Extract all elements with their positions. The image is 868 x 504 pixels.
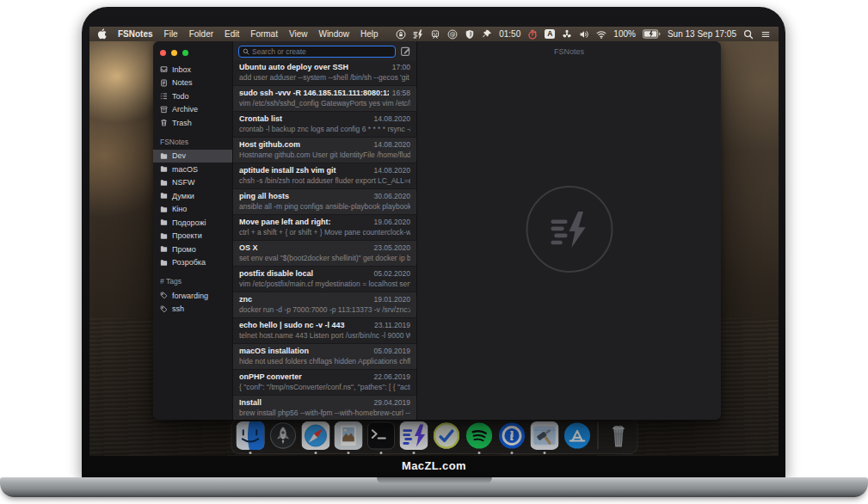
fsnotes-status-icon[interactable] — [413, 29, 423, 40]
note-row[interactable]: sudo ssh -vvv -R 146.185.151.111:8080:12… — [233, 86, 416, 112]
note-date: 14.08.2020 — [373, 166, 410, 175]
dock-app-mail[interactable] — [334, 421, 362, 450]
note-row[interactable]: Move pane left and right: 19.06.2020 ctr… — [233, 215, 416, 241]
wifi-icon[interactable] — [596, 29, 606, 40]
note-title: ping all hosts — [239, 192, 370, 200]
note-preview: vim /etc/postfix/main.cf mydestination =… — [239, 280, 410, 288]
robot-icon[interactable] — [430, 29, 440, 40]
dock-app-terminal[interactable] — [366, 421, 395, 450]
note-preview: telnet host.name 443 Listen port /usr/bi… — [239, 331, 410, 340]
search-row — [233, 41, 416, 60]
svg-text:@: @ — [450, 31, 456, 38]
menu-item[interactable]: Help — [360, 29, 379, 39]
sidebar-item[interactable]: Todo — [153, 89, 232, 103]
notification-center-icon[interactable] — [760, 29, 771, 40]
shield-icon[interactable] — [465, 29, 475, 40]
sidebar-item[interactable]: Notes — [153, 77, 232, 90]
apple-menu-icon[interactable] — [97, 28, 107, 40]
menubar-clock[interactable]: Sun 13 Sep 17:05 — [668, 29, 736, 39]
dock-trash[interactable] — [604, 421, 632, 450]
dock-app-spotify[interactable] — [465, 421, 493, 450]
things-app-icon — [432, 421, 460, 450]
dock-app-launchpad[interactable] — [268, 421, 297, 450]
menu-item[interactable]: Folder — [189, 29, 213, 39]
note-date: 23.05.2020 — [373, 243, 410, 252]
pushpin-icon[interactable] — [482, 29, 492, 40]
search-field[interactable] — [238, 46, 396, 58]
sidebar-item[interactable]: Trash — [153, 116, 232, 130]
input-source-badge[interactable]: A — [545, 29, 555, 39]
note-preview: crontab -l backup znc logs and config 6 … — [239, 125, 410, 133]
note-row[interactable]: macOS installation 05.09.2019 hide not u… — [233, 344, 416, 370]
note-title: Crontab list — [239, 114, 370, 123]
dock-app-fsnotes[interactable] — [399, 421, 428, 450]
sidebar-folder[interactable]: Проекти — [153, 230, 232, 243]
dock-app-onepassword[interactable] — [497, 421, 526, 450]
pomodoro-timer-icon[interactable] — [527, 29, 538, 40]
sidebar-item[interactable]: Archive — [153, 103, 232, 117]
notes-icon — [160, 79, 168, 87]
archive-icon — [160, 106, 168, 114]
close-button[interactable] — [160, 50, 166, 56]
menu-bar: FSNotes FileFolderEditFormatViewWindowHe… — [89, 27, 779, 41]
menu-item[interactable]: Edit — [225, 29, 239, 39]
note-preview: hide not used folders chflags hidden App… — [239, 357, 410, 366]
note-title: znc — [239, 295, 370, 304]
menu-item[interactable]: Format — [250, 29, 278, 39]
spotlight-search-icon[interactable] — [743, 29, 754, 40]
dock-app-safari[interactable] — [301, 421, 329, 450]
search-input[interactable] — [252, 47, 391, 56]
note-row[interactable]: postfix disable local 05.02.2020 vim /et… — [233, 267, 416, 292]
note-row[interactable]: OS X 23.05.2020 set env eval "$(boot2doc… — [233, 241, 416, 267]
note-row[interactable]: aptitude install zsh vim git 14.08.2020 … — [233, 163, 416, 189]
at-circle-icon[interactable]: @ — [447, 29, 458, 40]
sidebar-folder[interactable]: Подорожі — [153, 216, 232, 230]
note-row[interactable]: Host github.com 14.08.2020 Hostname gith… — [233, 138, 416, 163]
sidebar-folder-label: Подорожі — [172, 218, 206, 227]
note-row[interactable]: echo hello | sudo nc -v -l 443 23.11.201… — [233, 318, 416, 344]
note-row[interactable]: Install 29.04.2019 brew install php56 --… — [233, 396, 416, 420]
note-row[interactable]: ping all hosts 30.06.2020 ansible all -m… — [233, 189, 416, 215]
active-app-name[interactable]: FSNotes — [118, 29, 153, 39]
sidebar-folder[interactable]: macOS — [153, 163, 232, 176]
volume-icon[interactable] — [579, 29, 589, 40]
sidebar-folder[interactable]: Промо — [153, 243, 232, 256]
battery-charging-icon[interactable] — [643, 29, 661, 39]
note-preview: chsh -s /bin/zsh root adduser fluder exp… — [239, 176, 410, 185]
fan-icon[interactable] — [562, 29, 572, 40]
laptop-base-notch — [377, 477, 492, 484]
new-note-icon[interactable] — [400, 46, 411, 57]
dock — [231, 419, 637, 454]
note-title: Ubuntu auto deploy over SSH — [239, 63, 389, 71]
folder-icon — [160, 218, 168, 226]
menu-item[interactable]: Window — [318, 29, 349, 39]
note-row[interactable]: Crontab list 14.08.2020 crontab -l backu… — [233, 112, 416, 138]
sidebar-folder[interactable]: Думки — [153, 189, 232, 203]
dock-app-appstore[interactable] — [563, 421, 591, 450]
sidebar-folder[interactable]: Кіно — [153, 203, 232, 217]
menu-item[interactable]: View — [289, 29, 308, 39]
dock-app-finder[interactable] — [236, 421, 264, 450]
zoom-button[interactable] — [182, 50, 188, 56]
note-row[interactable]: znc 19.01.2020 docker run -d -p 7000:700… — [233, 292, 416, 318]
sidebar-folder-label: Кіно — [172, 205, 187, 213]
dock-app-xcode[interactable] — [530, 421, 558, 450]
note-row[interactable]: Ubuntu auto deploy over SSH 17:00 add us… — [233, 60, 416, 86]
sidebar-folder[interactable]: NSFW — [153, 176, 232, 190]
note-row[interactable]: onPHP converter 22.06.2019 { "conf": "/t… — [233, 370, 416, 396]
pomodoro-time[interactable]: 01:50 — [499, 29, 520, 39]
sidebar-item[interactable]: Inbox — [153, 63, 232, 77]
sidebar-tag[interactable]: forwarding — [153, 289, 232, 303]
privacy-lock-icon[interactable] — [396, 29, 406, 40]
editor-pane[interactable]: FSNotes — [417, 41, 721, 420]
dock-app-things[interactable] — [432, 421, 460, 450]
sidebar-folder[interactable]: Розробка — [153, 256, 232, 270]
minimize-button[interactable] — [171, 50, 177, 56]
folder-icon — [160, 206, 168, 213]
note-preview: docker run -d -p 7000:7000 -p 113:13373 … — [239, 305, 410, 314]
sidebar-folder[interactable]: Dev — [153, 150, 232, 163]
sidebar-tag[interactable]: ssh — [153, 303, 232, 317]
note-title: Move pane left and right: — [239, 218, 370, 226]
menu-item[interactable]: File — [164, 29, 178, 39]
battery-percentage[interactable]: 100% — [613, 29, 636, 39]
